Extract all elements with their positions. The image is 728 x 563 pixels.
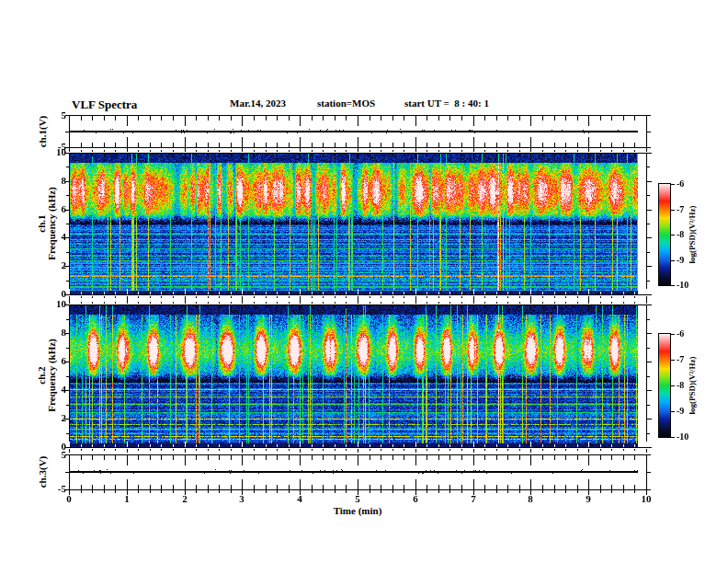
tick-mark <box>66 167 69 167</box>
tick-mark <box>473 305 474 311</box>
tick-mark <box>392 116 393 121</box>
tick-mark <box>647 472 651 473</box>
tick-mark <box>473 154 474 159</box>
tick-mark <box>300 289 301 294</box>
tick-mark <box>647 224 650 224</box>
tick-mark <box>427 154 427 156</box>
tick-mark <box>473 289 474 294</box>
tick-mark <box>634 154 635 156</box>
tick-mark <box>358 289 358 294</box>
tick-mark <box>392 296 393 298</box>
tick-mark <box>461 302 462 304</box>
tick-mark <box>600 116 601 121</box>
tick-mark <box>611 449 612 451</box>
tick-mark <box>507 292 508 294</box>
tick-mark <box>358 442 358 447</box>
tick-mark <box>484 143 485 147</box>
tick-mark <box>484 302 485 304</box>
tick-mark <box>289 490 290 493</box>
tick-mark <box>449 485 450 489</box>
tick-mark <box>381 292 381 294</box>
tick-mark <box>335 116 336 121</box>
colorbar-tick-label: -10 <box>677 280 688 290</box>
tick-mark <box>634 490 635 493</box>
tick-mark <box>670 260 675 261</box>
tick-mark <box>404 444 404 447</box>
tick-mark <box>66 252 69 253</box>
tick-mark <box>370 292 370 294</box>
tick-mark <box>219 490 220 493</box>
tick-mark <box>208 449 209 451</box>
tick-mark <box>634 455 635 460</box>
tick-mark <box>81 143 82 147</box>
tick-mark <box>81 302 82 304</box>
tick-mark <box>358 148 358 152</box>
tick-mark <box>461 490 462 493</box>
tick-mark <box>81 449 82 451</box>
tick-mark <box>242 116 243 126</box>
tick-mark <box>588 305 589 311</box>
tick-mark <box>646 300 647 304</box>
tick-mark <box>565 296 566 298</box>
tick-mark <box>138 305 139 308</box>
tick-mark <box>289 302 290 304</box>
tick-mark <box>66 224 69 224</box>
tick-mark <box>335 444 336 447</box>
tick-mark <box>530 305 531 311</box>
x-tick-label: 1 <box>124 493 130 504</box>
tick-mark <box>404 143 404 147</box>
tick-mark <box>173 116 174 121</box>
tick-mark <box>507 490 508 493</box>
tick-mark <box>519 444 520 447</box>
tick-mark <box>312 116 313 121</box>
tick-mark <box>323 296 324 298</box>
tick-mark <box>392 302 393 304</box>
tick-mark <box>554 455 555 460</box>
tick-mark <box>404 296 404 298</box>
colorbar-tick-label: -10 <box>677 431 688 442</box>
tick-mark <box>208 455 209 460</box>
tick-mark <box>484 150 485 152</box>
tick-mark <box>670 210 675 211</box>
tick-mark <box>346 143 347 147</box>
tick-mark <box>231 455 232 460</box>
colorbar-tick-label: -7 <box>677 354 684 364</box>
ch1-spectrogram <box>70 154 638 294</box>
tick-mark <box>565 292 566 294</box>
tick-mark <box>647 348 650 349</box>
tick-mark <box>646 148 647 152</box>
tick-mark <box>554 305 555 308</box>
tick-mark <box>415 137 416 147</box>
figure-date: Mar.14, 2023 <box>230 98 286 109</box>
tick-mark <box>346 455 347 460</box>
tick-mark <box>335 305 336 308</box>
tick-mark <box>647 405 650 406</box>
tick-mark <box>473 116 474 126</box>
tick-mark <box>138 154 139 156</box>
tick-mark <box>254 292 255 294</box>
tick-mark <box>519 302 520 304</box>
tick-mark <box>634 143 635 147</box>
tick-mark <box>554 449 555 451</box>
tick-mark <box>415 289 416 294</box>
tick-mark <box>519 449 520 451</box>
tick-mark <box>173 302 174 304</box>
tick-mark <box>507 150 508 152</box>
tick-mark <box>577 116 578 121</box>
colorbar-tick-label: -9 <box>677 255 684 265</box>
tick-mark <box>565 305 566 308</box>
tick-mark <box>323 302 324 304</box>
tick-mark <box>208 296 209 298</box>
tick-mark <box>484 444 485 447</box>
tick-mark <box>277 449 278 451</box>
tick-mark <box>392 455 393 460</box>
tick-mark <box>611 154 612 156</box>
ch1-frequency-axis-label: ch.1 Frequency (kHz) <box>37 187 57 260</box>
tick-mark <box>449 444 450 447</box>
tick-mark <box>381 116 381 121</box>
tick-mark <box>647 333 652 334</box>
tick-mark <box>335 143 336 147</box>
tick-mark <box>69 449 70 453</box>
tick-mark <box>277 455 278 460</box>
tick-mark <box>115 154 116 156</box>
